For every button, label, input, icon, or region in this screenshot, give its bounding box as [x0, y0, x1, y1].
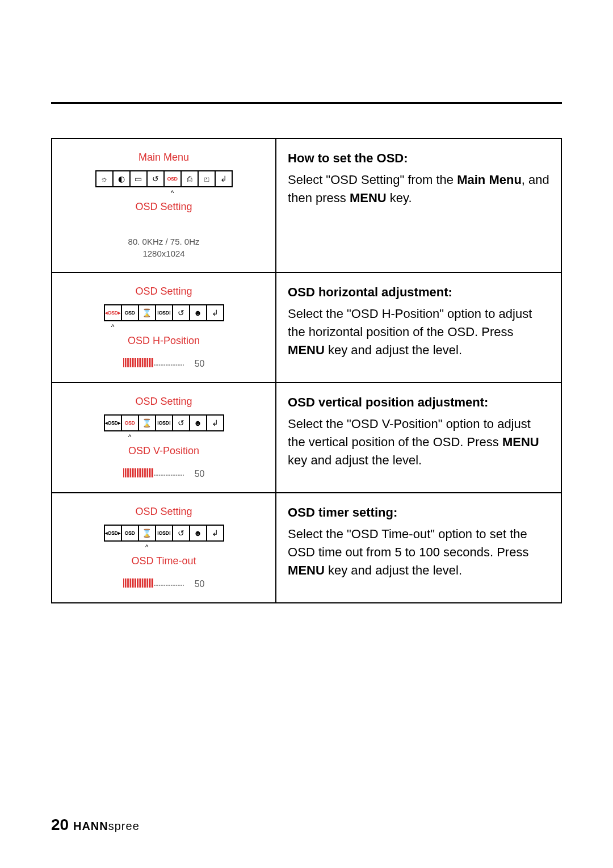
osd-submenu-label: OSD V-Position	[62, 445, 265, 457]
osd-icon: ⏍	[199, 171, 216, 186]
osd-icon: ⌛	[139, 526, 156, 540]
osd-icon: ↲	[207, 416, 223, 430]
osd-submenu-label: OSD Setting	[62, 201, 265, 213]
table-row: OSD Setting◂OSD▸OSD⌛⁞OSD⁞↺☻↲^OSD V-Posit…	[52, 383, 561, 493]
instruction-cell: OSD horizontal adjustment:Select the "OS…	[276, 272, 561, 383]
osd-icon: OSD	[122, 416, 139, 430]
osd-submenu-label: OSD Time-out	[62, 555, 265, 567]
instruction-cell: OSD timer setting:Select the "OSD Time-o…	[276, 493, 561, 603]
caret-up-icon: ^	[145, 543, 149, 551]
table-row: OSD Setting◂OSD▸OSD⌛⁞OSD⁞↺☻↲^OSD H-Posit…	[52, 272, 561, 383]
instruction-heading: OSD vertical position adjustment:	[288, 393, 549, 412]
caret-up-icon: ^	[171, 189, 174, 197]
instruction-text: Select the "OSD V-Position" option to ad…	[288, 415, 549, 469]
osd-caret-row: ^	[62, 321, 265, 327]
osd-instruction-table: Main Menu☼◐▭↺OSD⎙⏍↲^OSD Setting80. 0KHz …	[51, 138, 562, 603]
bold-text: MENU	[288, 563, 325, 577]
osd-icon: ↺	[173, 416, 190, 430]
brand-light: spree	[108, 820, 140, 832]
instruction-text: Select the "OSD Time-out" option to set …	[288, 525, 549, 580]
caret-up-icon: ^	[111, 323, 115, 331]
manual-page: Main Menu☼◐▭↺OSD⎙⏍↲^OSD Setting80. 0KHz …	[0, 0, 613, 868]
osd-slider: 50	[62, 468, 265, 480]
osd-icon: ☼	[96, 171, 114, 186]
osd-icon: ↲	[216, 171, 232, 186]
osd-screenshot-cell: OSD Setting◂OSD▸OSD⌛⁞OSD⁞↺☻↲^OSD Time-ou…	[52, 493, 276, 603]
osd-slider: 50	[62, 578, 265, 590]
page-footer: 20 HANNspree	[51, 816, 140, 834]
bold-text: Main Menu	[457, 173, 522, 187]
osd-icon-bar: ◂OSD▸OSD⌛⁞OSD⁞↺☻↲	[104, 414, 224, 431]
osd-icon: ☻	[190, 305, 207, 320]
osd-icon-bar: ◂OSD▸OSD⌛⁞OSD⁞↺☻↲	[104, 525, 224, 542]
instruction-heading: OSD horizontal adjustment:	[288, 283, 549, 301]
osd-icon: ▭	[131, 171, 148, 186]
osd-icon: ⁞OSD⁞	[156, 305, 173, 320]
table-row: OSD Setting◂OSD▸OSD⌛⁞OSD⁞↺☻↲^OSD Time-ou…	[52, 493, 561, 603]
osd-caret-row: ^	[62, 431, 265, 437]
osd-icon: OSD	[165, 171, 182, 186]
top-rule	[51, 102, 562, 104]
osd-icon: ↲	[207, 305, 223, 320]
osd-icon: ⌛	[139, 416, 156, 430]
table-row: Main Menu☼◐▭↺OSD⎙⏍↲^OSD Setting80. 0KHz …	[52, 139, 561, 272]
bold-text: MENU	[502, 435, 539, 449]
osd-icon: ☻	[190, 526, 207, 540]
osd-menu-title: OSD Setting	[62, 286, 265, 297]
brand-bold: HANN	[73, 820, 108, 832]
osd-icon: ↺	[173, 526, 190, 540]
osd-caret-row: ^	[62, 187, 265, 193]
osd-slider-value: 50	[195, 579, 205, 589]
osd-screenshot-cell: Main Menu☼◐▭↺OSD⎙⏍↲^OSD Setting80. 0KHz …	[52, 139, 276, 272]
osd-icon: ◂OSD▸	[105, 416, 122, 430]
osd-slider-value: 50	[195, 469, 205, 479]
osd-icon-bar: ◂OSD▸OSD⌛⁞OSD⁞↺☻↲	[104, 304, 224, 321]
osd-icon: ⁞OSD⁞	[156, 526, 173, 540]
osd-signal-res: 1280x1024	[62, 248, 265, 259]
osd-screenshot-cell: OSD Setting◂OSD▸OSD⌛⁞OSD⁞↺☻↲^OSD H-Posit…	[52, 272, 276, 383]
caret-up-icon: ^	[128, 433, 132, 441]
osd-slider-value: 50	[195, 359, 205, 368]
osd-icon: OSD	[122, 305, 139, 320]
osd-menu-title: Main Menu	[62, 152, 265, 163]
instruction-cell: How to set the OSD:Select "OSD Setting" …	[276, 139, 561, 272]
bold-text: MENU	[288, 343, 325, 357]
osd-signal-info: 80. 0KHz / 75. 0Hz1280x1024	[62, 236, 265, 259]
osd-icon: ⁞OSD⁞	[156, 416, 173, 430]
instruction-cell: OSD vertical position adjustment:Select …	[276, 383, 561, 493]
osd-screenshot-cell: OSD Setting◂OSD▸OSD⌛⁞OSD⁞↺☻↲^OSD V-Posit…	[52, 383, 276, 493]
osd-icon-bar: ☼◐▭↺OSD⎙⏍↲	[95, 170, 233, 187]
osd-icon: ◂OSD▸	[105, 526, 122, 540]
osd-menu-title: OSD Setting	[62, 506, 265, 518]
bold-text: MENU	[350, 191, 387, 205]
osd-icon: OSD	[122, 526, 139, 540]
osd-caret-row: ^	[62, 542, 265, 547]
instruction-text: Select the "OSD H-Position" option to ad…	[288, 305, 549, 359]
osd-icon: ↲	[207, 526, 223, 540]
osd-icon: ⎙	[182, 171, 199, 186]
osd-icon: ↺	[173, 305, 190, 320]
instruction-text: Select "OSD Setting" from the Main Menu,…	[288, 171, 549, 207]
osd-menu-title: OSD Setting	[62, 396, 265, 408]
instruction-heading: OSD timer setting:	[288, 504, 549, 522]
osd-signal-freq: 80. 0KHz / 75. 0Hz	[62, 236, 265, 248]
instruction-heading: How to set the OSD:	[288, 149, 549, 167]
page-number: 20	[51, 816, 69, 833]
osd-slider: 50	[62, 358, 265, 370]
osd-icon: ◂OSD▸	[105, 305, 122, 320]
brand-logo: HANNspree	[73, 820, 140, 832]
osd-icon: ↺	[148, 171, 165, 186]
osd-submenu-label: OSD H-Position	[62, 335, 265, 347]
osd-icon: ☻	[190, 416, 207, 430]
osd-icon: ◐	[114, 171, 131, 186]
osd-icon: ⌛	[139, 305, 156, 320]
